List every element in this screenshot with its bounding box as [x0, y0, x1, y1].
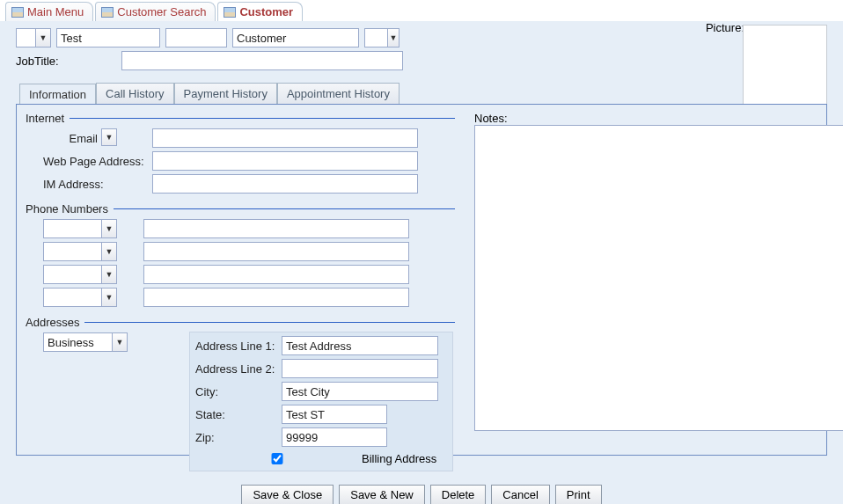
address-type-input[interactable] — [43, 332, 112, 352]
addr-zip-label: Zip: — [195, 431, 282, 444]
chevron-down-icon[interactable]: ▼ — [101, 265, 117, 284]
web-input[interactable] — [152, 151, 418, 171]
address-type-combo[interactable]: ▼ — [43, 332, 128, 352]
window-tabs: Main Menu Customer Search Customer — [0, 0, 843, 21]
address-panel: Address Line 1: Address Line 2: City: St… — [189, 332, 453, 471]
window-tab-customer-search[interactable]: Customer Search — [95, 2, 216, 21]
delete-button[interactable]: Delete — [430, 485, 487, 504]
notes-label: Notes: — [474, 112, 843, 125]
chevron-down-icon[interactable]: ▼ — [35, 28, 51, 47]
tab-appointment-history[interactable]: Appointment History — [277, 83, 400, 104]
phone-number-input[interactable] — [143, 242, 409, 261]
window-tab-main-menu[interactable]: Main Menu — [5, 2, 93, 21]
email-type-label — [62, 128, 101, 148]
tab-body-information: Internet ▼ Web Page Address: — [16, 104, 827, 456]
jobtitle-input[interactable] — [121, 51, 403, 70]
group-phones: Phone Numbers ▼ ▼ — [26, 202, 455, 307]
divider — [70, 118, 455, 119]
addr-line2-input[interactable] — [282, 359, 438, 378]
cancel-button[interactable]: Cancel — [491, 485, 549, 504]
addr-line1-input[interactable] — [282, 336, 438, 355]
group-addresses-label: Addresses — [26, 316, 79, 329]
addr-line1-label: Address Line 1: — [195, 340, 282, 353]
name-row: ▼ ▼ — [16, 28, 827, 47]
im-label: IM Address: — [43, 178, 152, 191]
window-tab-label: Customer — [239, 5, 293, 18]
addr-city-label: City: — [195, 385, 282, 398]
im-input[interactable] — [152, 174, 418, 194]
phone-row: ▼ — [43, 265, 455, 284]
window-tab-label: Customer Search — [117, 5, 206, 18]
suffix-combo[interactable]: ▼ — [364, 28, 400, 47]
group-phones-label: Phone Numbers — [26, 202, 108, 215]
chevron-down-icon[interactable]: ▼ — [387, 28, 400, 47]
phone-type-combo[interactable]: ▼ — [43, 288, 117, 307]
form-icon — [101, 7, 114, 18]
divider — [84, 322, 455, 323]
phone-number-input[interactable] — [143, 219, 409, 238]
email-type-combo[interactable]: ▼ — [62, 128, 117, 148]
jobtitle-label: JobTitle: — [16, 55, 113, 68]
email-input[interactable] — [152, 128, 418, 148]
notes-textarea[interactable] — [474, 125, 843, 431]
save-close-button[interactable]: Save & Close — [241, 485, 334, 504]
window-tab-customer[interactable]: Customer — [217, 2, 303, 21]
form-surface: Picture: ▼ ▼ JobTitle: Information Call … — [0, 21, 843, 479]
addr-line2-label: Address Line 2: — [195, 362, 282, 376]
print-button[interactable]: Print — [555, 485, 602, 504]
notes-area: Notes: — [474, 112, 843, 434]
tab-payment-history[interactable]: Payment History — [174, 83, 277, 104]
tab-call-history[interactable]: Call History — [96, 83, 173, 104]
chevron-down-icon[interactable]: ▼ — [112, 332, 128, 352]
phone-type-input[interactable] — [43, 288, 101, 307]
phone-row: ▼ — [43, 242, 455, 261]
form-icon — [224, 7, 236, 18]
save-new-button[interactable]: Save & New — [339, 485, 425, 504]
jobtitle-row: JobTitle: — [16, 51, 827, 70]
addr-city-input[interactable] — [282, 382, 438, 401]
addr-state-input[interactable] — [282, 405, 387, 424]
suffix-input[interactable] — [364, 28, 387, 47]
addr-state-label: State: — [195, 408, 282, 421]
addr-zip-input[interactable] — [282, 427, 387, 447]
phone-row: ▼ — [43, 219, 455, 238]
phone-type-input[interactable] — [43, 219, 101, 238]
divider — [114, 208, 455, 209]
tab-information[interactable]: Information — [19, 84, 96, 105]
last-name-input[interactable] — [232, 28, 359, 47]
chevron-down-icon[interactable]: ▼ — [101, 128, 117, 146]
middle-name-input[interactable] — [165, 28, 227, 47]
phone-type-combo[interactable]: ▼ — [43, 265, 117, 284]
first-name-input[interactable] — [56, 28, 160, 47]
chevron-down-icon[interactable]: ▼ — [101, 242, 117, 261]
group-addresses: Addresses ▼ Address Line 1: Address Line… — [26, 316, 455, 352]
group-internet: Internet ▼ Web Page Address: — [26, 112, 455, 194]
window-tab-label: Main Menu — [27, 5, 84, 18]
sub-tabs: Information Call History Payment History… — [19, 83, 827, 104]
phone-number-input[interactable] — [143, 265, 409, 284]
phone-row: ▼ — [43, 288, 455, 307]
form-icon — [11, 7, 24, 18]
billing-checkbox[interactable] — [199, 453, 356, 464]
web-label: Web Page Address: — [43, 155, 152, 168]
phone-type-input[interactable] — [43, 242, 101, 261]
prefix-input[interactable] — [16, 28, 35, 47]
phone-type-combo[interactable]: ▼ — [43, 242, 117, 261]
group-internet-label: Internet — [26, 112, 64, 125]
phone-number-input[interactable] — [143, 288, 409, 307]
button-bar: Save & Close Save & New Delete Cancel Pr… — [0, 479, 843, 504]
phone-type-input[interactable] — [43, 265, 101, 284]
chevron-down-icon[interactable]: ▼ — [101, 288, 117, 307]
phone-type-combo[interactable]: ▼ — [43, 219, 117, 238]
billing-label: Billing Address — [362, 452, 436, 465]
prefix-combo[interactable]: ▼ — [16, 28, 51, 47]
chevron-down-icon[interactable]: ▼ — [101, 219, 117, 238]
